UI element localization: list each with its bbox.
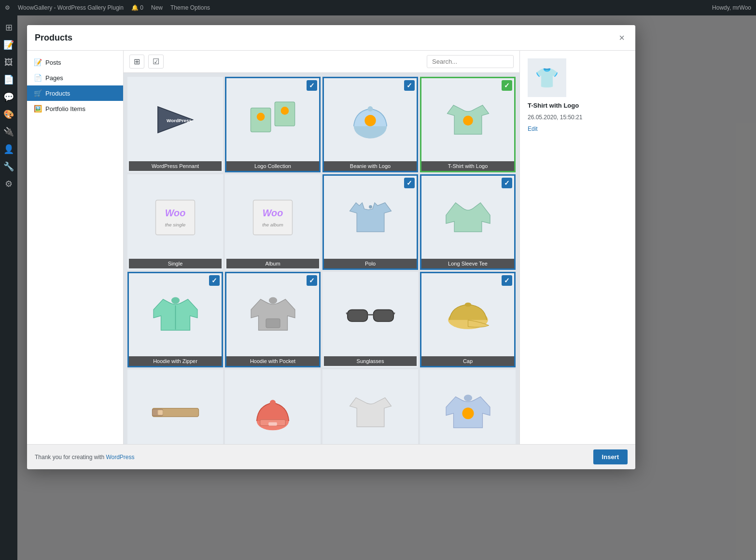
product-item-album[interactable]: Woo the album Album xyxy=(225,174,321,270)
footer-text: Thank you for creating with WordPress xyxy=(35,454,135,461)
svg-point-36 xyxy=(463,395,472,402)
svg-point-5 xyxy=(281,107,289,115)
sidebar-icon-dashboard[interactable]: ⊞ xyxy=(0,19,17,36)
svg-point-34 xyxy=(270,400,276,406)
sidebar-item-products[interactable]: 🛒 Products xyxy=(27,85,123,101)
products-modal: Products × 📝 Posts 📄 Pages xyxy=(27,25,635,469)
product-item-hoodie-logo[interactable]: Hoodie with Logo xyxy=(420,369,516,444)
product-label-beanie-logo: Beanie with Logo xyxy=(324,161,417,171)
product-image-hoodie-zipper xyxy=(129,273,222,356)
svg-point-20 xyxy=(268,297,277,304)
product-label-hoodie-zipper: Hoodie with Zipper xyxy=(129,356,222,366)
product-checkmark-cap: ✓ xyxy=(502,275,512,286)
svg-point-35 xyxy=(462,407,474,419)
sidebar-icon-tools[interactable]: 🔧 xyxy=(0,158,17,175)
product-image-belt xyxy=(129,371,222,444)
product-label-hoodie-pocket: Hoodie with Pocket xyxy=(226,356,319,366)
svg-point-16 xyxy=(369,205,372,209)
sidebar-icon-users[interactable]: 👤 xyxy=(0,141,17,157)
site-name: WoowGallery - WordPress Gallery Plugin xyxy=(18,4,124,11)
product-checkmark-long-sleeve-tee: ✓ xyxy=(502,178,512,188)
footer-wp-link[interactable]: WordPress xyxy=(106,454,134,461)
product-image-long-sleeve-tee xyxy=(421,176,514,259)
svg-point-9 xyxy=(463,115,473,126)
product-item-long-sleeve-tee[interactable]: Long Sleeve Tee✓ xyxy=(420,174,516,270)
svg-point-7 xyxy=(364,115,376,126)
wp-logo: ⚙ xyxy=(5,4,10,11)
sidebar-item-pages-label: Pages xyxy=(45,74,63,82)
product-checkmark-tshirt-logo: ✓ xyxy=(502,80,512,91)
modal-body: 📝 Posts 📄 Pages 🛒 Products 🖼️ xyxy=(27,51,635,444)
new-item[interactable]: New xyxy=(151,4,163,11)
svg-rect-21 xyxy=(347,310,367,322)
product-label-cap: Cap xyxy=(421,356,514,366)
svg-point-18 xyxy=(171,297,179,304)
sidebar-icon-pages[interactable]: 📄 xyxy=(0,71,17,88)
product-image-polo xyxy=(324,176,417,259)
product-label-long-sleeve-tee: Long Sleeve Tee xyxy=(421,259,514,268)
product-item-logo-collection[interactable]: Logo Collection✓ xyxy=(225,77,321,172)
product-image-sunglasses xyxy=(324,273,417,356)
product-image-single: Woo the single xyxy=(129,176,222,259)
sidebar-item-posts-label: Posts xyxy=(45,59,61,66)
product-item-tshirt[interactable]: T-Shirt xyxy=(322,369,418,444)
products-icon: 🛒 xyxy=(34,89,42,97)
product-item-tshirt-logo[interactable]: T-Shirt with Logo✓ xyxy=(420,77,516,172)
product-checkmark-hoodie-zipper: ✓ xyxy=(209,275,220,286)
svg-text:the album: the album xyxy=(262,222,283,227)
product-item-hoodie-zipper[interactable]: Hoodie with Zipper✓ xyxy=(127,272,223,367)
media-sidebar: 📝 Posts 📄 Pages 🛒 Products 🖼️ xyxy=(27,51,124,444)
sidebar-icon-settings[interactable]: ⚙ xyxy=(0,176,17,192)
media-content: ⊞ ☑ WordPress WordPress Pennant Logo Col… xyxy=(124,51,519,444)
modal-title: Products xyxy=(35,33,72,43)
sidebar-item-posts[interactable]: 📝 Posts xyxy=(27,55,123,70)
sidebar-item-pages[interactable]: 📄 Pages xyxy=(27,70,123,85)
product-image-beanie-logo xyxy=(324,78,417,161)
sidebar-icon-media[interactable]: 🖼 xyxy=(0,54,17,70)
product-item-belt[interactable]: Belt xyxy=(127,369,223,444)
product-item-hoodie-pocket[interactable]: Hoodie with Pocket✓ xyxy=(225,272,321,367)
insert-button[interactable]: Insert xyxy=(593,449,628,464)
wp-admin-sidebar: ⊞ 📝 🖼 📄 💬 🎨 🔌 👤 🔧 ⚙ xyxy=(0,15,17,560)
howdy-text: Howdy, mrWoo xyxy=(712,4,751,11)
product-item-beanie-logo[interactable]: Beanie with Logo✓ xyxy=(322,77,418,172)
svg-point-3 xyxy=(257,112,265,121)
product-item-polo[interactable]: Polo✓ xyxy=(322,174,418,270)
product-label-tshirt-logo: T-Shirt with Logo xyxy=(421,161,514,171)
sidebar-icon-comments[interactable]: 💬 xyxy=(0,89,17,105)
modal-close-button[interactable]: × xyxy=(616,32,628,43)
product-item-single[interactable]: Woo the single Single xyxy=(127,174,223,270)
media-details-panel: 👕 T-Shirt with Logo 26.05.2020, 15:50:21… xyxy=(519,51,635,444)
sidebar-icon-appearance[interactable]: 🎨 xyxy=(0,106,17,123)
svg-rect-19 xyxy=(266,319,280,328)
product-label-wp-pennant: WordPress Pennant xyxy=(129,161,222,171)
product-item-wp-pennant[interactable]: WordPress WordPress Pennant xyxy=(127,77,223,172)
product-checkmark-logo-collection: ✓ xyxy=(307,80,317,91)
details-edit-link[interactable]: Edit xyxy=(528,126,628,132)
svg-rect-33 xyxy=(268,422,277,425)
notifications: 🔔 0 xyxy=(131,4,143,11)
theme-options[interactable]: Theme Options xyxy=(170,4,210,11)
svg-text:Woo: Woo xyxy=(165,207,185,218)
sidebar-icon-plugins[interactable]: 🔌 xyxy=(0,124,17,140)
check-all-button[interactable]: ☑ xyxy=(148,55,164,69)
sidebar-item-portfolio-label: Portfolio Items xyxy=(45,105,85,112)
media-grid-wrapper[interactable]: WordPress WordPress Pennant Logo Collect… xyxy=(124,73,519,444)
product-checkmark-beanie-logo: ✓ xyxy=(404,80,415,91)
modal-overlay: Products × 📝 Posts 📄 Pages xyxy=(17,15,756,560)
product-image-beanie xyxy=(226,371,319,444)
sidebar-item-portfolio[interactable]: 🖼️ Portfolio Items xyxy=(27,101,123,116)
grid-view-button[interactable]: ⊞ xyxy=(129,55,144,69)
portfolio-icon: 🖼️ xyxy=(34,105,42,112)
sidebar-icon-posts[interactable]: 📝 xyxy=(0,37,17,53)
product-image-hoodie-pocket xyxy=(226,273,319,356)
product-item-beanie[interactable]: Beanie xyxy=(225,369,321,444)
product-label-polo: Polo xyxy=(324,259,417,268)
modal-footer: Thank you for creating with WordPress In… xyxy=(27,444,635,469)
search-input[interactable] xyxy=(427,55,514,68)
wp-layout: ⊞ 📝 🖼 📄 💬 🎨 🔌 👤 🔧 ⚙ Products × xyxy=(0,15,756,560)
product-item-cap[interactable]: Cap✓ xyxy=(420,272,516,367)
product-item-sunglasses[interactable]: Sunglasses xyxy=(322,272,418,367)
sidebar-item-products-label: Products xyxy=(45,90,70,97)
product-label-logo-collection: Logo Collection xyxy=(226,161,319,171)
